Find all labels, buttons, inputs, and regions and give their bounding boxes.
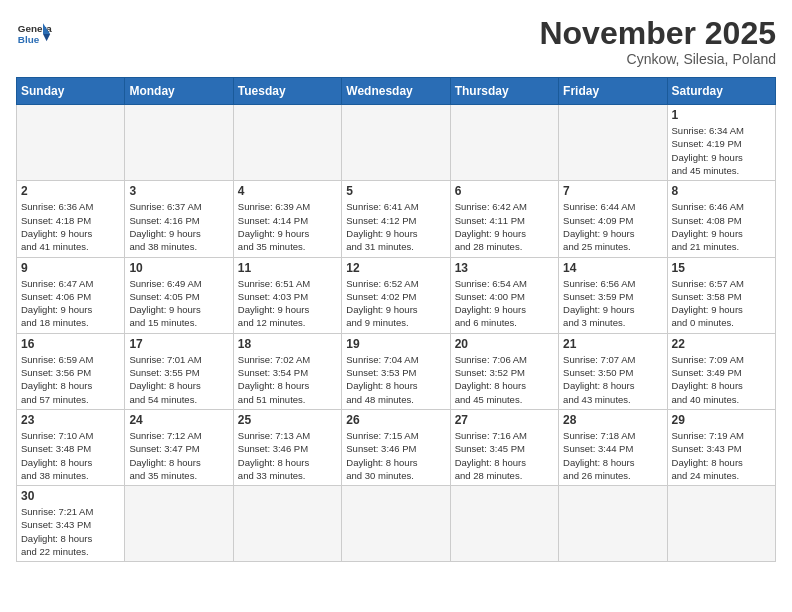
day-info: Sunrise: 6:52 AM Sunset: 4:02 PM Dayligh… — [346, 277, 445, 330]
day-info: Sunrise: 6:44 AM Sunset: 4:09 PM Dayligh… — [563, 200, 662, 253]
location-subtitle: Cynkow, Silesia, Poland — [539, 51, 776, 67]
day-info: Sunrise: 7:07 AM Sunset: 3:50 PM Dayligh… — [563, 353, 662, 406]
calendar-cell: 14Sunrise: 6:56 AM Sunset: 3:59 PM Dayli… — [559, 257, 667, 333]
calendar-cell — [559, 105, 667, 181]
calendar-week-row: 23Sunrise: 7:10 AM Sunset: 3:48 PM Dayli… — [17, 409, 776, 485]
calendar-cell: 22Sunrise: 7:09 AM Sunset: 3:49 PM Dayli… — [667, 333, 775, 409]
page-header: General Blue November 2025 Cynkow, Siles… — [16, 16, 776, 67]
day-info: Sunrise: 6:54 AM Sunset: 4:00 PM Dayligh… — [455, 277, 554, 330]
day-info: Sunrise: 6:57 AM Sunset: 3:58 PM Dayligh… — [672, 277, 771, 330]
day-info: Sunrise: 7:21 AM Sunset: 3:43 PM Dayligh… — [21, 505, 120, 558]
calendar-cell: 19Sunrise: 7:04 AM Sunset: 3:53 PM Dayli… — [342, 333, 450, 409]
weekday-header-wednesday: Wednesday — [342, 78, 450, 105]
day-info: Sunrise: 6:59 AM Sunset: 3:56 PM Dayligh… — [21, 353, 120, 406]
day-info: Sunrise: 6:49 AM Sunset: 4:05 PM Dayligh… — [129, 277, 228, 330]
calendar-cell: 15Sunrise: 6:57 AM Sunset: 3:58 PM Dayli… — [667, 257, 775, 333]
calendar-cell — [450, 105, 558, 181]
day-number: 1 — [672, 108, 771, 122]
day-number: 22 — [672, 337, 771, 351]
calendar-cell: 17Sunrise: 7:01 AM Sunset: 3:55 PM Dayli… — [125, 333, 233, 409]
calendar-cell: 29Sunrise: 7:19 AM Sunset: 3:43 PM Dayli… — [667, 409, 775, 485]
calendar-cell: 21Sunrise: 7:07 AM Sunset: 3:50 PM Dayli… — [559, 333, 667, 409]
calendar-week-row: 1Sunrise: 6:34 AM Sunset: 4:19 PM Daylig… — [17, 105, 776, 181]
weekday-header-thursday: Thursday — [450, 78, 558, 105]
day-number: 23 — [21, 413, 120, 427]
day-info: Sunrise: 6:39 AM Sunset: 4:14 PM Dayligh… — [238, 200, 337, 253]
calendar-cell: 16Sunrise: 6:59 AM Sunset: 3:56 PM Dayli… — [17, 333, 125, 409]
calendar-cell: 26Sunrise: 7:15 AM Sunset: 3:46 PM Dayli… — [342, 409, 450, 485]
month-year-title: November 2025 — [539, 16, 776, 51]
day-number: 8 — [672, 184, 771, 198]
day-info: Sunrise: 7:16 AM Sunset: 3:45 PM Dayligh… — [455, 429, 554, 482]
day-number: 3 — [129, 184, 228, 198]
calendar-cell: 8Sunrise: 6:46 AM Sunset: 4:08 PM Daylig… — [667, 181, 775, 257]
day-number: 7 — [563, 184, 662, 198]
calendar-cell: 6Sunrise: 6:42 AM Sunset: 4:11 PM Daylig… — [450, 181, 558, 257]
calendar-cell: 13Sunrise: 6:54 AM Sunset: 4:00 PM Dayli… — [450, 257, 558, 333]
calendar-cell — [342, 105, 450, 181]
day-number: 11 — [238, 261, 337, 275]
calendar-cell — [342, 486, 450, 562]
weekday-header-tuesday: Tuesday — [233, 78, 341, 105]
day-number: 16 — [21, 337, 120, 351]
day-number: 19 — [346, 337, 445, 351]
day-info: Sunrise: 6:47 AM Sunset: 4:06 PM Dayligh… — [21, 277, 120, 330]
day-number: 12 — [346, 261, 445, 275]
day-info: Sunrise: 6:36 AM Sunset: 4:18 PM Dayligh… — [21, 200, 120, 253]
day-info: Sunrise: 6:56 AM Sunset: 3:59 PM Dayligh… — [563, 277, 662, 330]
day-info: Sunrise: 7:13 AM Sunset: 3:46 PM Dayligh… — [238, 429, 337, 482]
calendar-cell: 2Sunrise: 6:36 AM Sunset: 4:18 PM Daylig… — [17, 181, 125, 257]
calendar-week-row: 16Sunrise: 6:59 AM Sunset: 3:56 PM Dayli… — [17, 333, 776, 409]
calendar-cell: 20Sunrise: 7:06 AM Sunset: 3:52 PM Dayli… — [450, 333, 558, 409]
calendar-week-row: 2Sunrise: 6:36 AM Sunset: 4:18 PM Daylig… — [17, 181, 776, 257]
calendar-cell: 18Sunrise: 7:02 AM Sunset: 3:54 PM Dayli… — [233, 333, 341, 409]
day-info: Sunrise: 6:51 AM Sunset: 4:03 PM Dayligh… — [238, 277, 337, 330]
day-info: Sunrise: 7:18 AM Sunset: 3:44 PM Dayligh… — [563, 429, 662, 482]
day-info: Sunrise: 6:46 AM Sunset: 4:08 PM Dayligh… — [672, 200, 771, 253]
day-number: 17 — [129, 337, 228, 351]
calendar-cell: 11Sunrise: 6:51 AM Sunset: 4:03 PM Dayli… — [233, 257, 341, 333]
weekday-header-monday: Monday — [125, 78, 233, 105]
day-number: 26 — [346, 413, 445, 427]
calendar-cell: 28Sunrise: 7:18 AM Sunset: 3:44 PM Dayli… — [559, 409, 667, 485]
day-info: Sunrise: 6:34 AM Sunset: 4:19 PM Dayligh… — [672, 124, 771, 177]
calendar-cell: 10Sunrise: 6:49 AM Sunset: 4:05 PM Dayli… — [125, 257, 233, 333]
day-number: 4 — [238, 184, 337, 198]
calendar-cell: 5Sunrise: 6:41 AM Sunset: 4:12 PM Daylig… — [342, 181, 450, 257]
calendar-cell: 4Sunrise: 6:39 AM Sunset: 4:14 PM Daylig… — [233, 181, 341, 257]
day-info: Sunrise: 6:41 AM Sunset: 4:12 PM Dayligh… — [346, 200, 445, 253]
day-info: Sunrise: 7:04 AM Sunset: 3:53 PM Dayligh… — [346, 353, 445, 406]
calendar-cell: 24Sunrise: 7:12 AM Sunset: 3:47 PM Dayli… — [125, 409, 233, 485]
calendar-cell — [233, 105, 341, 181]
calendar-cell — [667, 486, 775, 562]
weekday-header-friday: Friday — [559, 78, 667, 105]
day-number: 15 — [672, 261, 771, 275]
title-block: November 2025 Cynkow, Silesia, Poland — [539, 16, 776, 67]
calendar-table: SundayMondayTuesdayWednesdayThursdayFrid… — [16, 77, 776, 562]
day-info: Sunrise: 7:19 AM Sunset: 3:43 PM Dayligh… — [672, 429, 771, 482]
day-number: 21 — [563, 337, 662, 351]
calendar-cell — [125, 486, 233, 562]
day-number: 28 — [563, 413, 662, 427]
svg-marker-3 — [43, 34, 50, 41]
day-info: Sunrise: 7:01 AM Sunset: 3:55 PM Dayligh… — [129, 353, 228, 406]
day-number: 13 — [455, 261, 554, 275]
day-number: 10 — [129, 261, 228, 275]
weekday-header-sunday: Sunday — [17, 78, 125, 105]
logo-icon: General Blue — [16, 16, 52, 52]
day-number: 25 — [238, 413, 337, 427]
day-number: 2 — [21, 184, 120, 198]
svg-text:Blue: Blue — [18, 34, 40, 45]
day-number: 29 — [672, 413, 771, 427]
day-info: Sunrise: 6:37 AM Sunset: 4:16 PM Dayligh… — [129, 200, 228, 253]
weekday-header-saturday: Saturday — [667, 78, 775, 105]
day-number: 6 — [455, 184, 554, 198]
calendar-cell: 9Sunrise: 6:47 AM Sunset: 4:06 PM Daylig… — [17, 257, 125, 333]
day-info: Sunrise: 7:02 AM Sunset: 3:54 PM Dayligh… — [238, 353, 337, 406]
day-number: 5 — [346, 184, 445, 198]
day-info: Sunrise: 6:42 AM Sunset: 4:11 PM Dayligh… — [455, 200, 554, 253]
day-number: 24 — [129, 413, 228, 427]
logo: General Blue — [16, 16, 52, 52]
day-info: Sunrise: 7:12 AM Sunset: 3:47 PM Dayligh… — [129, 429, 228, 482]
calendar-cell — [17, 105, 125, 181]
